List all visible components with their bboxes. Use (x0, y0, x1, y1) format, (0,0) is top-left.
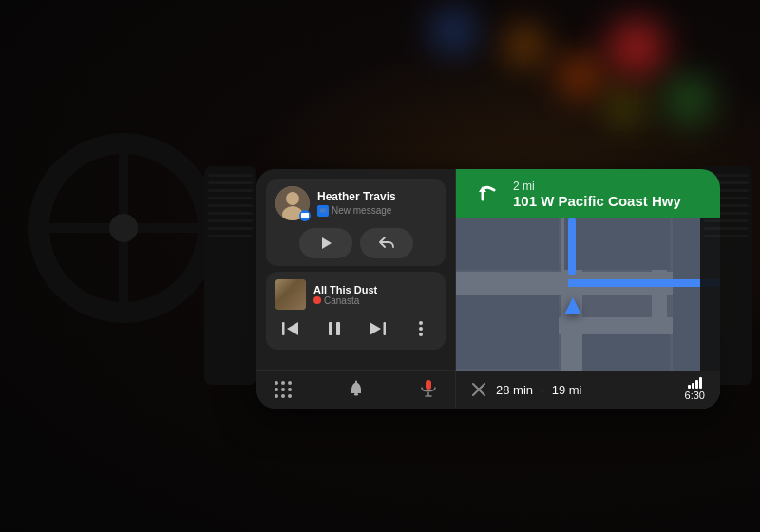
bell-icon (347, 380, 366, 399)
apps-button[interactable] (270, 376, 296, 403)
reply-message-button[interactable] (360, 228, 413, 258)
album-art (276, 279, 306, 310)
song-title: All This Dust (314, 284, 436, 295)
skip-back-icon (282, 322, 299, 335)
canasta-dot (314, 296, 321, 304)
speaker-grille-left (204, 166, 256, 385)
bottom-navigation (256, 370, 455, 408)
svg-point-15 (275, 381, 278, 385)
svg-rect-24 (354, 393, 358, 396)
signal-bar-3 (695, 380, 698, 389)
apps-icon (274, 380, 293, 399)
clock: 6:30 (685, 390, 705, 401)
message-text-block: Heather Travis ✉ New message (317, 190, 436, 216)
skip-forward-icon (369, 322, 386, 335)
next-track-button[interactable] (364, 315, 390, 342)
signal-bar-1 (688, 385, 691, 389)
microphone-icon (419, 379, 438, 400)
navigation-direction: 2 mi 101 W Pacific Coast Hwy (513, 180, 707, 209)
svg-point-23 (288, 394, 292, 398)
svg-rect-9 (336, 322, 340, 335)
map-block (456, 218, 559, 270)
navigation-arrow (564, 297, 581, 314)
music-controls (276, 315, 436, 342)
svg-rect-25 (355, 381, 357, 384)
svg-point-12 (419, 321, 423, 325)
pause-icon (328, 322, 341, 335)
album-art-image (276, 279, 306, 310)
music-card[interactable]: All This Dust Canasta (266, 272, 446, 350)
route-line-vertical (568, 218, 576, 275)
more-options-icon (419, 321, 423, 336)
map-block (456, 295, 559, 369)
message-badge-icon (301, 212, 309, 219)
steering-hub (109, 214, 138, 242)
notifications-button[interactable] (343, 376, 370, 403)
eta-separator: · (541, 383, 544, 397)
eta-miles: 19 mi (552, 383, 582, 397)
map-content (456, 218, 720, 370)
play-icon (319, 237, 332, 250)
svg-rect-6 (282, 322, 285, 335)
svg-point-22 (281, 394, 285, 398)
svg-point-13 (419, 327, 423, 331)
bokeh-light (608, 19, 665, 76)
bokeh-light (665, 76, 712, 124)
pause-button[interactable] (321, 315, 348, 342)
more-options-button[interactable] (408, 315, 434, 342)
turn-arrow-box (469, 177, 504, 211)
nav-road: 101 W Pacific Coast Hwy (513, 193, 707, 209)
svg-point-1 (286, 192, 299, 205)
sender-name: Heather Travis (317, 190, 436, 203)
status-bar: 6:30 (685, 377, 705, 401)
android-auto-panel: Heather Travis ✉ New message (256, 169, 720, 408)
nav-distance: 2 mi (513, 180, 707, 193)
message-actions (276, 228, 436, 258)
navigation-header: 2 mi 101 W Pacific Coast Hwy (456, 169, 720, 218)
svg-point-21 (275, 394, 278, 398)
reply-icon (379, 237, 394, 250)
map-block (564, 218, 670, 270)
map-panel: 2 mi 101 W Pacific Coast Hwy (456, 169, 720, 408)
svg-point-17 (288, 381, 292, 385)
svg-marker-11 (370, 322, 381, 335)
left-panel: Heather Travis ✉ New message (256, 169, 456, 408)
music-info: All This Dust Canasta (314, 284, 436, 306)
contact-avatar-wrapper (276, 186, 310, 220)
bokeh-light (508, 28, 542, 62)
svg-rect-10 (384, 322, 387, 335)
svg-point-16 (281, 381, 285, 385)
artist-name: Canasta (314, 295, 436, 306)
signal-bars (685, 377, 705, 389)
bokeh-light (613, 95, 636, 119)
svg-point-19 (281, 388, 285, 391)
map-block (582, 334, 670, 370)
route-line-horizontal (568, 279, 720, 287)
signal-bar-4 (699, 377, 702, 389)
message-badge (299, 210, 311, 221)
message-type-icon: ✉ (317, 205, 329, 217)
message-type: ✉ New message (317, 205, 436, 217)
svg-point-20 (288, 388, 292, 391)
bokeh-light (560, 57, 598, 95)
svg-rect-8 (329, 322, 332, 335)
play-message-button[interactable] (299, 228, 352, 258)
close-icon (472, 383, 485, 396)
svg-point-18 (275, 388, 278, 391)
svg-marker-5 (322, 238, 332, 249)
music-header: All This Dust Canasta (276, 279, 436, 310)
turn-left-icon (473, 180, 500, 207)
bokeh-light (432, 10, 475, 52)
svg-point-14 (419, 332, 423, 336)
eta-time: 28 min (496, 383, 533, 397)
microphone-button[interactable] (415, 376, 442, 403)
svg-rect-26 (426, 380, 431, 390)
steering-wheel (28, 133, 218, 323)
svg-marker-7 (287, 322, 298, 335)
signal-bar-2 (692, 383, 694, 389)
message-card[interactable]: Heather Travis ✉ New message (266, 179, 446, 266)
previous-track-button[interactable] (277, 315, 304, 342)
eta-bar: 28 min · 19 mi (456, 370, 720, 408)
message-header: Heather Travis ✉ New message (276, 186, 436, 220)
close-navigation-button[interactable] (469, 380, 488, 399)
